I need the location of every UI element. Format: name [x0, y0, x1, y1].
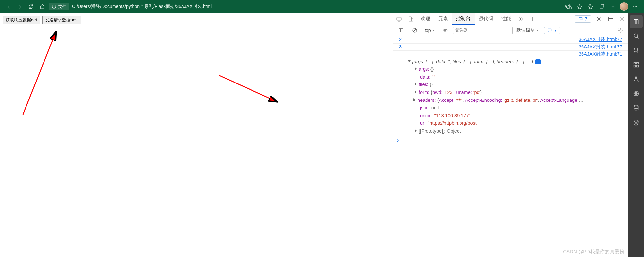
read-aloud-icon[interactable]: aあ: [563, 1, 574, 12]
downloads-icon[interactable]: [607, 1, 618, 12]
svg-rect-41: [634, 65, 636, 67]
obj-url: url: "https://httpbin.org/post": [393, 119, 628, 127]
console-settings-icon[interactable]: [615, 28, 626, 33]
svg-rect-5: [600, 5, 603, 9]
svg-line-30: [637, 37, 638, 38]
add-tab-icon[interactable]: [527, 16, 538, 22]
log-value: 2: [393, 36, 405, 43]
copilot-icon[interactable]: [630, 15, 643, 28]
svg-line-24: [413, 29, 416, 32]
svg-point-7: [635, 6, 635, 7]
svg-rect-28: [636, 19, 638, 24]
clear-console-icon[interactable]: [409, 28, 421, 33]
svg-rect-27: [634, 19, 636, 24]
get-button[interactable]: 获取响应数据get: [3, 16, 40, 24]
tab-sources[interactable]: 源代码: [475, 13, 497, 25]
svg-rect-13: [411, 18, 413, 21]
svg-rect-42: [637, 65, 639, 67]
filter-input[interactable]: [453, 27, 513, 34]
sidebar-toggle-icon[interactable]: [395, 28, 407, 33]
toolbar-issues-badge[interactable]: 7: [544, 27, 560, 34]
issues-badge[interactable]: 7: [575, 15, 591, 23]
obj-prototype[interactable]: [[Prototype]]: Object: [393, 127, 628, 135]
back-button[interactable]: [3, 1, 14, 12]
favorite-icon[interactable]: [574, 1, 585, 12]
apps-icon[interactable]: [630, 58, 643, 71]
refresh-button[interactable]: [26, 1, 37, 12]
post-button[interactable]: 发送请求数据post: [42, 16, 82, 24]
favorites-list-icon[interactable]: [585, 1, 596, 12]
globe-icon[interactable]: [630, 87, 643, 100]
obj-headers[interactable]: headers: {Accept: '*/*', Accept-Encoding…: [393, 97, 628, 104]
svg-rect-39: [634, 63, 636, 64]
obj-files[interactable]: files: {}: [393, 81, 628, 89]
svg-point-16: [598, 18, 600, 20]
log-value: 3: [393, 44, 405, 50]
info-icon[interactable]: i: [535, 59, 541, 64]
svg-point-8: [636, 6, 637, 7]
devtools-tabbar: 欢迎 元素 控制台 源代码 性能 7: [393, 13, 628, 25]
devtools-panel: 欢迎 元素 控制台 源代码 性能 7 top 默认级别 7 236AJAX封: [393, 13, 628, 257]
tab-console[interactable]: 控制台: [452, 13, 475, 25]
tab-elements[interactable]: 元素: [434, 13, 452, 25]
context-selector[interactable]: top: [423, 27, 437, 34]
console-prompt[interactable]: ›: [393, 135, 628, 146]
edge-sidebar: [628, 13, 644, 257]
obj-form[interactable]: form: {pwd: '123', uname: 'pd'}: [393, 89, 628, 97]
forward-button[interactable]: [14, 1, 26, 12]
source-link[interactable]: 36AJAX封装.html:71: [579, 51, 626, 58]
svg-rect-12: [409, 17, 412, 21]
settings-icon[interactable]: [593, 16, 605, 22]
svg-rect-11: [397, 17, 401, 20]
dock-icon[interactable]: [605, 16, 617, 22]
obj-data: data: "": [393, 73, 628, 81]
svg-rect-21: [399, 28, 403, 32]
address-bar[interactable]: 文件 C:/Users/潘登/Documents/python全系列/Flask…: [49, 2, 212, 11]
page-content: 获取响应数据get 发送请求数据post: [0, 13, 393, 257]
source-link[interactable]: 36AJAX封装.html:77: [579, 44, 626, 50]
url-text: C:/Users/潘登/Documents/python全系列/Flask框架/…: [72, 4, 212, 9]
more-tabs-icon[interactable]: [515, 16, 527, 22]
browser-chrome: 文件 C:/Users/潘登/Documents/python全系列/Flask…: [0, 0, 644, 13]
svg-point-32: [637, 48, 638, 49]
tab-welcome[interactable]: 欢迎: [417, 13, 434, 25]
profile-avatar[interactable]: [618, 1, 630, 12]
console-toolbar: top 默认级别 7: [393, 25, 628, 36]
database-icon[interactable]: [630, 101, 643, 115]
console-output[interactable]: 236AJAX封装.html:77 336AJAX封装.html:77 36AJ…: [393, 36, 628, 257]
obj-origin: origin: "113.100.39.177": [393, 112, 628, 120]
svg-rect-40: [637, 63, 639, 64]
svg-rect-17: [608, 17, 613, 21]
tools-icon[interactable]: [630, 44, 643, 57]
obj-json: json: null: [393, 104, 628, 112]
inspect-icon[interactable]: [393, 16, 405, 22]
svg-point-29: [634, 34, 638, 38]
collections-icon[interactable]: [596, 1, 607, 12]
source-link[interactable]: 36AJAX封装.html:77: [579, 36, 626, 43]
layers-icon[interactable]: [630, 116, 643, 129]
svg-point-34: [637, 51, 638, 52]
search-icon[interactable]: [630, 29, 643, 43]
svg-point-33: [634, 51, 635, 52]
file-badge: 文件: [49, 3, 69, 10]
object-summary[interactable]: {args: {…}, data: '', files: {…}, form: …: [393, 58, 628, 66]
svg-point-25: [444, 30, 446, 31]
device-toggle-icon[interactable]: [405, 16, 417, 22]
svg-point-26: [620, 30, 621, 31]
close-devtools-icon[interactable]: [617, 16, 628, 22]
level-selector[interactable]: 默认级别: [514, 27, 541, 34]
svg-point-31: [634, 48, 635, 49]
svg-point-2: [54, 8, 54, 8]
watermark: CSDN @PD我是你的真爱粉: [563, 249, 624, 255]
tab-performance[interactable]: 性能: [497, 13, 515, 25]
more-icon[interactable]: [630, 1, 641, 12]
obj-args[interactable]: args: {}: [393, 65, 628, 73]
flask-icon[interactable]: [630, 73, 643, 86]
home-button[interactable]: [37, 1, 48, 12]
live-expression-icon[interactable]: [439, 28, 451, 33]
svg-point-44: [634, 105, 638, 107]
svg-point-6: [633, 6, 634, 7]
